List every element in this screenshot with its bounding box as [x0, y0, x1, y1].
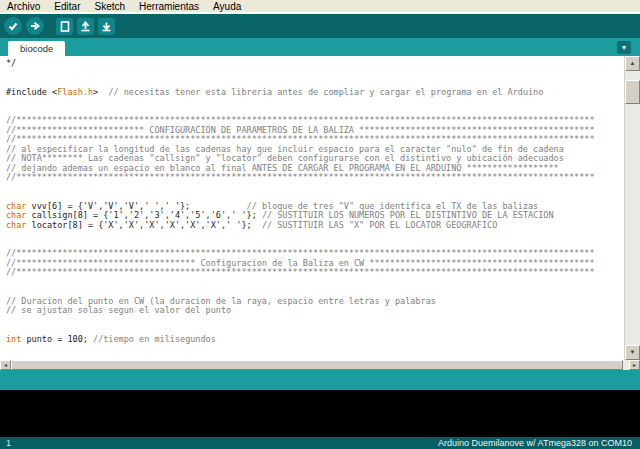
code-line: int punto = 100; //tiempo en milisegundo… — [6, 335, 624, 345]
document-icon — [60, 21, 70, 32]
console-output — [0, 390, 640, 437]
status-message-strip — [0, 370, 640, 390]
horizontal-scroll-track[interactable] — [11, 360, 629, 370]
tab-biocode[interactable]: biocode — [8, 41, 65, 56]
menu-ayuda[interactable]: Ayuda — [206, 0, 248, 12]
save-sketch-button[interactable] — [98, 18, 115, 35]
arrow-down-tray-icon — [101, 21, 112, 32]
menu-sketch[interactable]: Sketch — [87, 0, 132, 12]
arrow-left-icon: ◄ — [3, 362, 8, 368]
menubar: ArchivoEditarSketchHerramientasAyuda — [0, 0, 640, 14]
code-line — [6, 97, 624, 107]
code-line: #include <Flash.h> // necesitas tener es… — [6, 88, 624, 98]
vertical-scroll-track[interactable] — [625, 71, 640, 345]
code-line: //**************************************… — [6, 173, 624, 183]
scroll-down-button[interactable]: ▼ — [625, 345, 640, 360]
upload-button[interactable] — [26, 17, 44, 35]
tab-menu-button[interactable]: ▼ — [617, 41, 631, 54]
verify-button[interactable] — [4, 17, 22, 35]
chevron-down-icon: ▼ — [621, 44, 628, 51]
code-line — [6, 183, 624, 193]
tabbar: biocode ▼ — [0, 38, 640, 56]
menu-archivo[interactable]: Archivo — [0, 0, 47, 12]
arrow-up-tray-icon — [80, 21, 91, 32]
menu-editar[interactable]: Editar — [47, 0, 87, 12]
check-icon — [8, 21, 18, 31]
arduino-ide-window: ArchivoEditarSketchHerramientasAyuda — [0, 0, 640, 449]
arrow-right-scroll-icon: ► — [632, 362, 637, 368]
arrow-right-icon — [30, 21, 40, 31]
line-number-indicator: 1 — [6, 438, 11, 448]
menu-herramientas[interactable]: Herramientas — [132, 0, 206, 12]
code-line: */ — [6, 59, 624, 69]
code-editor[interactable]: */ #include <Flash.h> // necesitas tener… — [0, 56, 624, 360]
code-line: char locator[8] = {'X','X','X','X','X','… — [6, 221, 624, 231]
code-line: //**************************************… — [6, 268, 624, 278]
code-line — [6, 230, 624, 240]
code-line: // se ajustan solas segun el valor del p… — [6, 306, 624, 316]
arrow-down-icon: ▼ — [630, 349, 636, 355]
horizontal-scroll-thumb[interactable] — [11, 360, 623, 370]
code-line — [6, 316, 624, 326]
scroll-left-button[interactable]: ◄ — [0, 360, 11, 370]
new-sketch-button[interactable] — [56, 18, 73, 35]
board-port-indicator: Arduino Duemilanove w/ ATmega328 on COM1… — [438, 438, 632, 448]
vertical-scrollbar[interactable]: ▲ ▼ — [624, 56, 640, 360]
arrow-up-icon: ▲ — [630, 60, 636, 66]
code-line — [6, 278, 624, 288]
statusbar: 1 Arduino Duemilanove w/ ATmega328 on CO… — [0, 437, 640, 449]
open-sketch-button[interactable] — [77, 18, 94, 35]
scroll-right-button[interactable]: ► — [629, 360, 640, 370]
scroll-up-button[interactable]: ▲ — [625, 56, 640, 71]
toolbar — [0, 14, 640, 38]
code-line — [6, 69, 624, 79]
vertical-scroll-thumb[interactable] — [625, 80, 640, 104]
horizontal-scrollbar[interactable]: ◄ ► — [0, 360, 640, 370]
